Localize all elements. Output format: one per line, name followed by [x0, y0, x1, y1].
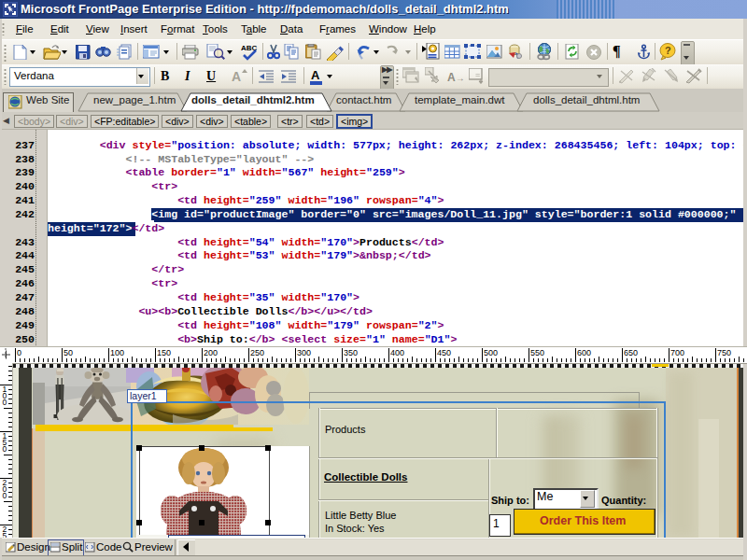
- svg-text:5: 5: [3, 531, 7, 538]
- svg-text:200: 200: [204, 348, 218, 357]
- svg-text:?: ?: [665, 45, 671, 56]
- svg-text:450: 450: [437, 348, 451, 357]
- svg-text:0: 0: [3, 491, 7, 500]
- svg-text:600: 600: [577, 348, 591, 357]
- svg-text:0: 0: [17, 348, 21, 357]
- svg-text:750: 750: [717, 348, 731, 357]
- svg-text:150: 150: [157, 348, 171, 357]
- svg-text:500: 500: [484, 348, 498, 357]
- svg-text:300: 300: [297, 348, 311, 357]
- svg-text:650: 650: [624, 348, 638, 357]
- svg-text:0: 0: [3, 444, 7, 454]
- svg-text:350: 350: [344, 348, 358, 357]
- svg-text:400: 400: [390, 348, 404, 357]
- svg-text:250: 250: [250, 348, 264, 357]
- svg-text:550: 550: [530, 348, 544, 357]
- svg-text:=: =: [475, 70, 480, 79]
- svg-text:0: 0: [3, 398, 7, 407]
- svg-text:100: 100: [110, 348, 124, 357]
- svg-text:50: 50: [63, 348, 73, 357]
- svg-text:700: 700: [670, 348, 684, 357]
